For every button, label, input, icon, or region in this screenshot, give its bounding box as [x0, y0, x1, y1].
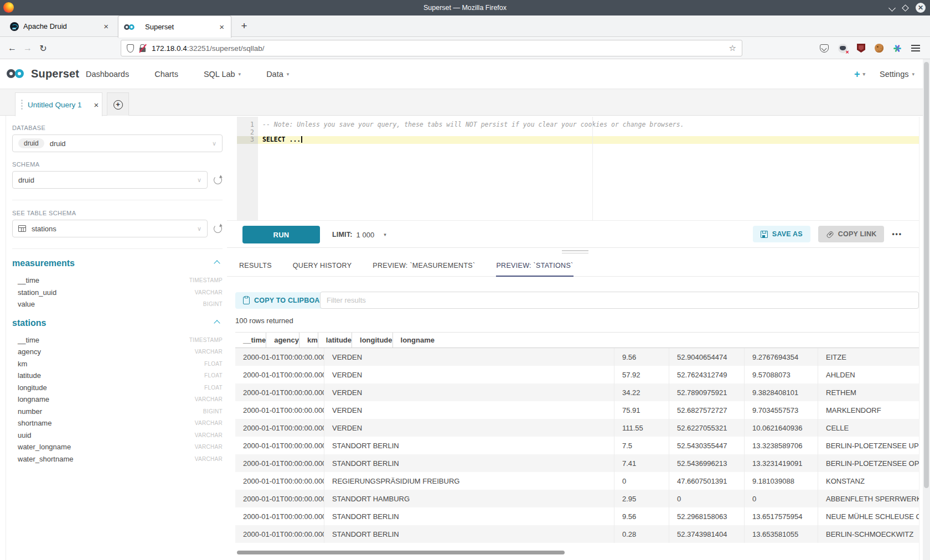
nav-item-data[interactable]: Data▾ [266, 70, 289, 79]
column-type: TIMESTAMP [189, 337, 223, 343]
chevron-up-icon[interactable] [214, 320, 220, 326]
page-scrollbar[interactable] [923, 59, 930, 560]
superset-logo-icon[interactable] [7, 68, 28, 80]
table-cell: 52.6827572727 [669, 401, 745, 419]
refresh-table-button[interactable] [213, 224, 223, 234]
table-cell: 52.9040654474 [669, 348, 745, 366]
sql-editor[interactable]: 1 2 3 -- Note: Unless you save your quer… [227, 117, 919, 220]
table-cell: 13.3238589706 [745, 437, 818, 454]
forward-button[interactable]: → [20, 43, 35, 53]
table-cell: 13.653581055 [745, 525, 818, 543]
table-cell: RETHEM [818, 383, 919, 401]
column-header[interactable]: __time [235, 333, 266, 348]
chevron-down-icon: ∨ [197, 225, 202, 232]
results-tab[interactable]: PREVIEW: `STATIONS` [496, 262, 573, 276]
settings-menu[interactable]: Settings▾ [880, 70, 914, 79]
drag-handle-icon[interactable] [21, 100, 23, 110]
window-maximize-button[interactable] [902, 4, 909, 12]
ublock-extension-icon[interactable] [857, 44, 865, 53]
table-row: 2000-01-01T00:00:00.000Z REGIERUNGSPRÄSI… [235, 472, 919, 490]
refresh-schema-button[interactable] [213, 175, 223, 185]
copy-link-button[interactable]: COPY LINK [818, 226, 885, 242]
brand-name[interactable]: Superset [31, 68, 79, 80]
results-tab[interactable]: PREVIEW: `MEASUREMENTS` [373, 262, 475, 276]
table-name-heading[interactable]: measurements [12, 258, 75, 268]
column-header[interactable]: km [299, 333, 318, 348]
schema-column-row: agency VARCHAR [12, 346, 223, 358]
table-cell: ABBENFLETH SPERRWERK [818, 490, 919, 507]
editor-toolbar: RUN LIMIT: 1 000 ▾ SAVE AS COPY LINK ••• [227, 220, 919, 248]
table-cell: 0 [614, 472, 669, 490]
table-cell: 13.6517575954 [745, 507, 818, 525]
results-table: __time agency km latitude longitude long… [235, 332, 919, 543]
extension-asterisk-icon[interactable] [893, 44, 902, 53]
tab-close-icon[interactable]: × [218, 22, 225, 32]
clipboard-icon [243, 297, 250, 304]
results-tab[interactable]: QUERY HISTORY [293, 262, 352, 276]
table-value: stations [32, 225, 56, 233]
table-cell: VERDEN [324, 401, 614, 419]
column-name: __time [18, 276, 39, 284]
schema-column-row: km FLOAT [12, 358, 223, 370]
new-tab-button[interactable]: + [237, 19, 251, 33]
column-header[interactable]: latitude [318, 333, 352, 348]
table-cell: NEUE MÜHLE SCHLEUSE OP [818, 507, 919, 525]
query-tab-close-icon[interactable]: × [94, 100, 99, 110]
browser-tab-superset[interactable]: Superset × [118, 15, 231, 38]
window-close-button[interactable]: ✕ [916, 3, 926, 13]
add-new-button[interactable]: +▾ [854, 69, 865, 80]
table-cell: 57.92 [614, 366, 669, 383]
column-header[interactable]: longitude [352, 333, 393, 348]
table-cell: KONSTANZ [818, 472, 919, 490]
nav-item-charts[interactable]: Charts [154, 70, 178, 79]
window-minimize-button[interactable] [890, 5, 895, 11]
chevron-down-icon: ▾ [863, 71, 866, 77]
menu-icon[interactable] [911, 45, 920, 51]
save-as-button[interactable]: SAVE AS [753, 226, 810, 242]
table-select[interactable]: stations ∨ [12, 220, 208, 237]
table-cell: 52.7624312749 [669, 366, 745, 383]
table-name-heading[interactable]: stations [12, 318, 46, 328]
bookmark-star-icon[interactable]: ☆ [729, 43, 736, 53]
pocket-icon[interactable] [820, 44, 829, 53]
rows-returned-label: 100 rows returned [235, 317, 293, 325]
column-header[interactable]: agency [266, 333, 299, 348]
column-header[interactable]: longname [393, 333, 435, 348]
results-tabbar: RESULTS QUERY HISTORY PREVIEW: `MEASUREM… [227, 255, 919, 277]
editor-code-area[interactable]: -- Note: Unless you save your query, the… [258, 117, 919, 220]
filter-results-input[interactable] [320, 292, 919, 309]
results-tab[interactable]: RESULTS [239, 262, 272, 276]
scrollbar-thumb[interactable] [924, 62, 929, 488]
schema-select[interactable]: druid ∨ [12, 171, 208, 189]
tracking-protection-shield-icon[interactable] [127, 44, 134, 53]
reload-button[interactable]: ↻ [35, 43, 51, 54]
cookie-extension-icon[interactable] [875, 44, 884, 53]
nav-item-dashboards[interactable]: Dashboards [86, 70, 129, 79]
limit-dropdown[interactable]: LIMIT: 1 000 ▾ [332, 226, 386, 243]
query-tab-untitled-query-1[interactable]: Untitled Query 1 × [15, 92, 102, 116]
add-query-tab-button[interactable]: + [107, 92, 129, 116]
run-button[interactable]: RUN [242, 226, 320, 243]
table-cell: 9.56 [614, 348, 669, 366]
table-row: 2000-01-01T00:00:00.000Z STANDORT BERLIN… [235, 437, 919, 454]
table-cell: 7.41 [614, 454, 669, 472]
privacy-extension-icon[interactable] [838, 44, 848, 53]
chevron-up-icon[interactable] [214, 260, 220, 266]
url-bar[interactable]: 172.18.0.4:32251/superset/sqllab/ ☆ [121, 40, 742, 56]
database-select[interactable]: druid druid ∨ [12, 134, 223, 152]
table-cell: 9.3828408101 [745, 383, 818, 401]
table-schema-stations: stations __time TIMESTAMP agency VARCHAR… [12, 318, 223, 465]
nav-item-sql-lab[interactable]: SQL Lab▾ [204, 70, 241, 79]
back-button[interactable]: ← [4, 43, 20, 53]
tab-close-icon[interactable]: × [102, 22, 110, 31]
more-options-button[interactable]: ••• [892, 230, 902, 238]
browser-tab-apache-druid[interactable]: Apache Druid × [4, 15, 115, 37]
table-row: 2000-01-01T00:00:00.000Z VERDEN 9.56 52.… [235, 348, 919, 366]
horizontal-scrollbar[interactable] [237, 551, 565, 554]
table-cell: 9.181039088 [745, 472, 818, 490]
table-schema-measurements: measurements __time TIMESTAMP station_uu… [12, 258, 223, 310]
divider [12, 200, 223, 200]
table-cell: 2000-01-01T00:00:00.000Z [235, 383, 324, 401]
url-host: 172.18.0.4 [152, 44, 187, 53]
insecure-lock-icon[interactable] [139, 44, 147, 53]
